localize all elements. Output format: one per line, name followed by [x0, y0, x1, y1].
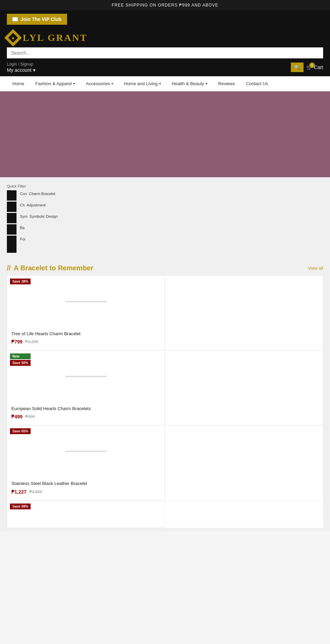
product-info-3: European Solid Hearts Charm Bracelets ₱4… — [7, 402, 165, 425]
filter-row-1[interactable]: Con Charm Bracelet — [7, 190, 323, 201]
product-card-4 — [165, 350, 323, 425]
badge-save-3: Save 50% — [10, 360, 31, 366]
nav-accessories-label: Accessories — [86, 81, 110, 86]
nav-item-fashion[interactable]: Fashion & Apparel ▾ — [30, 76, 80, 91]
login-signup-link[interactable]: Login / Signup — [7, 62, 35, 67]
product-card-6 — [165, 425, 323, 500]
filter-row-2[interactable]: Ch Adjustment — [7, 202, 323, 212]
chevron-down-icon: ▾ — [111, 82, 113, 86]
product-grid: Save 38% Tree of Life Hearts Charm Brace… — [7, 275, 323, 528]
nav-item-health-beauty[interactable]: Health & Beauty ▾ — [166, 76, 213, 91]
filter-bar-icon — [7, 213, 16, 223]
main-nav: Home Fashion & Apparel ▾ Accessories ▾ H… — [0, 76, 330, 91]
badge-container-5: Save 65% — [10, 428, 31, 434]
chevron-down-icon: ▾ — [159, 82, 161, 86]
search-input[interactable] — [7, 47, 323, 58]
logo-inner-mark: ◆ — [12, 36, 14, 40]
my-account-label: My account — [7, 67, 32, 73]
filter-row-3[interactable]: Sym Symbolic Design — [7, 213, 323, 223]
product-card-2 — [165, 275, 323, 350]
product-info-5: Stainless Steel Black Leather Bracelet ₱… — [7, 477, 165, 500]
section-title: // A Bracelet to Remember — [7, 264, 95, 272]
filter-row-label-3: Sym Symbolic Design — [16, 213, 61, 223]
content-area: Quick Filter Con Charm Bracelet Ch Adjus… — [0, 177, 330, 531]
badge-container-3: New Save 50% — [10, 353, 31, 366]
badge-container-1: Save 38% — [10, 279, 31, 284]
logo-diamond-inner: ◆ — [8, 33, 18, 43]
chevron-down-icon: ▾ — [33, 67, 35, 73]
category-filters: Quick Filter Con Charm Bracelet Ch Adjus… — [7, 181, 323, 257]
price-row-1: ₱799 ₱1,299 — [11, 339, 161, 344]
logo-text: LYL GRANT — [23, 32, 88, 43]
product-name-3: European Solid Hearts Charm Bracelets — [11, 406, 161, 412]
product-image-placeholder-3 — [65, 376, 107, 377]
badge-container-7: Save 68% — [10, 504, 31, 509]
cart-button[interactable]: 🛒 0 Cart — [306, 65, 323, 70]
section-title-text: A Bracelet to Remember — [14, 264, 94, 272]
filter-row-5[interactable]: For — [7, 236, 323, 253]
filter-bar-icon — [7, 224, 16, 235]
shipping-text: FREE SHIPPING ON ORDERS ₱999 AND ABOVE — [112, 3, 218, 8]
nav-item-accessories[interactable]: Accessories ▾ — [80, 76, 119, 91]
email-icon — [12, 17, 18, 21]
product-image-3[interactable] — [7, 351, 165, 402]
filter-title: Quick Filter — [7, 184, 323, 188]
product-info-1: Tree of Life Hearts Charm Bracelet ₱799 … — [7, 327, 165, 350]
product-image-4 — [165, 351, 323, 402]
product-name-1: Tree of Life Hearts Charm Bracelet — [11, 331, 161, 337]
vip-button[interactable]: Join The VIP Club — [7, 14, 67, 25]
cart-search-area: 🔍 🛒 0 Cart — [291, 63, 323, 72]
product-image-placeholder-1 — [65, 301, 107, 302]
header: ◆ LYL GRANT Login / Signup My account ▾ … — [0, 28, 330, 76]
section-header: // A Bracelet to Remember View all — [7, 264, 323, 272]
badge-save-7: Save 68% — [10, 504, 31, 509]
price-row-5: ₱1,227 ₱3,500 — [11, 489, 161, 495]
nav-reviews-label: Reviews — [218, 81, 235, 86]
nav-item-home[interactable]: Home — [7, 76, 30, 91]
chevron-down-icon: ▾ — [206, 82, 207, 86]
price-current-3: ₱499 — [11, 414, 22, 419]
cart-icon: 🛒 0 — [306, 65, 312, 70]
header-actions: Login / Signup My account ▾ 🔍 🛒 0 Cart — [7, 62, 323, 73]
price-current-1: ₱799 — [11, 339, 22, 344]
filter-bar-icon — [7, 236, 16, 253]
product-image-6 — [165, 426, 323, 477]
top-bar: FREE SHIPPING ON ORDERS ₱999 AND ABOVE — [0, 0, 330, 10]
vip-bar: Join The VIP Club — [0, 10, 330, 28]
filter-bar-icon — [7, 190, 16, 201]
nav-fashion-label: Fashion & Apparel — [35, 81, 72, 86]
nav-health-beauty-label: Health & Beauty — [172, 81, 204, 86]
nav-item-home-living[interactable]: Home and Living ▾ — [119, 76, 166, 91]
filter-row-4[interactable]: Ba — [7, 224, 323, 235]
vip-label: Join The VIP Club — [21, 16, 62, 22]
price-current-5: ₱1,227 — [11, 489, 26, 495]
product-card-5: Save 65% Stainless Steel Black Leather B… — [7, 425, 165, 500]
badge-new-3: New — [10, 353, 31, 359]
product-image-placeholder-5 — [65, 451, 107, 452]
price-original-1: ₱1,299 — [25, 339, 38, 344]
filter-bar-icon — [7, 202, 16, 212]
price-original-3: ₱999 — [25, 414, 35, 419]
product-image-1[interactable] — [7, 276, 165, 327]
badge-save-1: Save 38% — [10, 279, 31, 284]
hero-banner — [0, 91, 330, 177]
nav-item-reviews[interactable]: Reviews — [213, 76, 241, 91]
product-image-5[interactable] — [7, 426, 165, 477]
account-area: Login / Signup My account ▾ — [7, 62, 35, 73]
nav-home-label: Home — [12, 81, 24, 86]
filter-row-label-5: For — [16, 236, 29, 253]
logo-diamond-icon: ◆ — [4, 29, 22, 47]
cart-badge: 0 — [309, 63, 315, 68]
view-all-link[interactable]: View all — [308, 265, 323, 271]
product-card-3: New Save 50% European Solid Hearts Charm… — [7, 350, 165, 425]
cart-label: Cart — [314, 65, 323, 70]
logo-area: ◆ LYL GRANT — [7, 32, 323, 44]
filter-row-label-4: Ba — [16, 224, 28, 235]
nav-contact-label: Contact Us — [246, 81, 268, 86]
section-title-prefix: // — [7, 264, 11, 272]
product-image-2 — [165, 276, 323, 327]
my-account-button[interactable]: My account ▾ — [7, 67, 35, 73]
search-button[interactable]: 🔍 — [291, 63, 304, 72]
nav-item-contact[interactable]: Contact Us — [241, 76, 274, 91]
price-row-3: ₱499 ₱999 — [11, 414, 161, 419]
